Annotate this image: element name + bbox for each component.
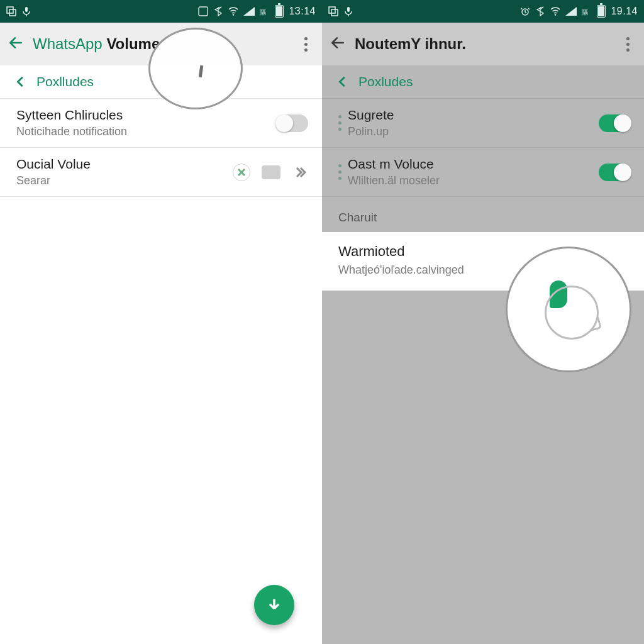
chevron-right-icon[interactable] (292, 164, 308, 180)
toggle-switch[interactable] (599, 164, 630, 181)
card-subtitle: Whatjeó'ioľade.calvinged (338, 264, 628, 277)
svg-rect-4 (199, 7, 208, 16)
toggle-switch[interactable] (277, 114, 308, 132)
overflow-menu-icon[interactable] (619, 35, 636, 53)
overflow-menu-icon[interactable] (297, 35, 314, 53)
status-bar: 隔 13:14 (0, 0, 322, 23)
svg-point-13 (555, 14, 556, 15)
wifi-icon (550, 6, 560, 16)
svg-rect-10 (347, 7, 350, 12)
app-bar: WhatsApp Volume (0, 23, 322, 65)
cell-signal-icon (565, 7, 577, 16)
mic-icon (343, 6, 353, 16)
back-icon[interactable] (8, 35, 24, 53)
wifi-icon (228, 6, 238, 16)
svg-marker-6 (243, 7, 255, 16)
row-actions (233, 164, 308, 181)
setting-subtitle: Noticihade notification (16, 125, 268, 138)
setting-row[interactable]: Oast m Voluce Wliltien.äl moseler (322, 147, 644, 197)
setting-title: Oucial Volue (16, 157, 224, 172)
network-type-icon: 隔 (582, 6, 592, 16)
drag-handle-icon[interactable] (338, 164, 341, 180)
toggle-switch[interactable] (599, 114, 630, 132)
setting-row[interactable]: Sugrete Polin.up (322, 98, 644, 147)
network-type-icon: 隔 (260, 6, 270, 16)
multiwindow-icon (6, 6, 16, 16)
svg-rect-8 (329, 7, 335, 13)
section-header: Charuit (322, 197, 644, 232)
section-link-label: Poxludes (358, 74, 413, 89)
svg-point-5 (233, 14, 234, 15)
cell-signal-icon (243, 7, 255, 16)
appbar-title: WhatsApp Volume (33, 35, 288, 53)
drag-handle-icon[interactable] (338, 115, 341, 131)
battery-icon (597, 5, 606, 18)
mic-icon (21, 6, 31, 16)
svg-rect-9 (331, 9, 338, 16)
svg-rect-2 (25, 7, 28, 12)
status-bar: 隔 19.14 (322, 0, 644, 23)
svg-marker-14 (565, 7, 577, 16)
right-phone: 隔 19.14 NoutemY ihnur. Poxludes Sugrete … (322, 0, 644, 644)
app-bar: NoutemY ihnur. (322, 23, 644, 65)
setting-subtitle: Searar (16, 174, 224, 187)
highlight-card[interactable]: Warmioted Whatjeó'ioľade.calvinged (322, 232, 644, 291)
svg-rect-1 (9, 9, 16, 16)
chat-bubble-icon (545, 286, 599, 340)
clear-icon[interactable] (233, 164, 250, 181)
fab-download[interactable] (254, 585, 294, 625)
back-icon[interactable] (330, 35, 346, 53)
svg-rect-0 (7, 7, 13, 13)
setting-title: Sytteen Chlirucles (16, 108, 268, 123)
setting-title: Oast m Voluce (348, 157, 590, 172)
section-link[interactable]: Poxludes (322, 65, 644, 98)
setting-subtitle: Polin.up (348, 125, 590, 138)
nfc-icon (198, 6, 208, 16)
setting-row[interactable]: Sytteen Chlirucles Noticihade notificati… (0, 98, 322, 147)
bluetooth-icon (213, 6, 223, 16)
section-link-label: Poxlludes (36, 74, 94, 89)
svg-text:隔: 隔 (582, 9, 588, 16)
status-clock: 19.14 (611, 6, 638, 17)
alarm-icon (520, 6, 530, 16)
status-clock: 13:14 (289, 6, 316, 17)
svg-text:隔: 隔 (260, 9, 266, 16)
setting-title: Sugrete (348, 108, 590, 123)
tag-icon[interactable] (262, 165, 280, 179)
bluetooth-icon (535, 6, 545, 16)
section-link[interactable]: Poxlludes (0, 65, 322, 98)
multiwindow-icon (328, 6, 338, 16)
appbar-title: NoutemY ihnur. (355, 35, 610, 53)
setting-subtitle: Wliltien.äl moseler (348, 174, 590, 187)
battery-icon (275, 5, 284, 18)
left-phone: 隔 13:14 WhatsApp Volume Poxlludes Syttee… (0, 0, 322, 644)
setting-row[interactable]: Oucial Volue Searar (0, 147, 322, 197)
card-title: Warmioted (338, 243, 628, 260)
